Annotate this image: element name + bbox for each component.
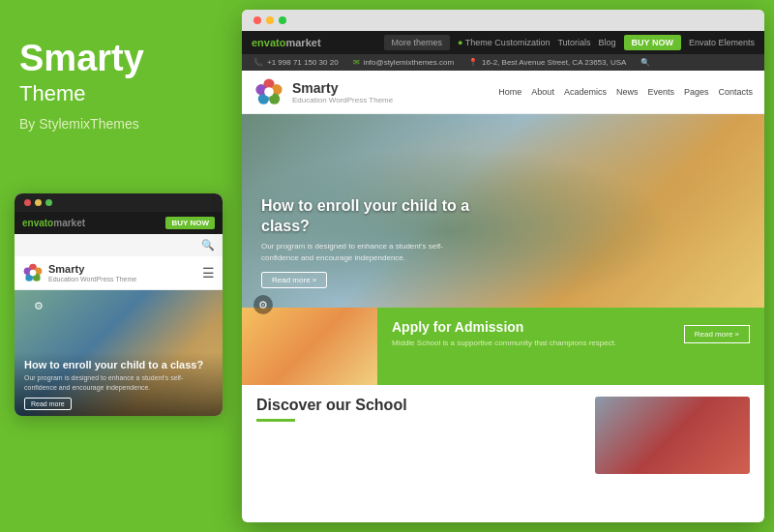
discover-school-image: [595, 397, 750, 474]
mobile-envato-logo: envatomarket: [22, 218, 85, 228]
more-themes-dropdown[interactable]: More themes: [384, 35, 451, 50]
site-nav-links: Home About Academics News Events Pages C…: [498, 87, 753, 97]
nav-pages[interactable]: Pages: [684, 87, 709, 97]
discover-title: Discover our School: [256, 397, 407, 414]
site-logo-text-area: Smarty Education WordPress Theme: [292, 80, 393, 104]
search-icon[interactable]: 🔍: [640, 58, 650, 67]
location-icon: 📍: [468, 58, 478, 67]
admission-text: Middle School is a supportive community …: [392, 338, 616, 348]
svg-point-11: [264, 87, 274, 97]
dot-green: [45, 199, 52, 206]
svg-point-5: [30, 270, 37, 277]
theme-title: Smarty: [19, 39, 218, 79]
theme-customization-link: ● Theme Customization: [458, 38, 550, 47]
mobile-hero-title: How to enroll your child to a class?: [24, 358, 213, 371]
envato-market-logo: envatomarket: [252, 37, 321, 48]
mobile-hero-overlay: How to enroll your child to a class? Our…: [15, 352, 223, 416]
site-hero-section: How to enroll your child to a class? Our…: [242, 114, 764, 308]
mobile-preview-card: envatomarket BUY NOW 🔍 Smarty: [15, 193, 223, 416]
browser-dot-yellow: [266, 16, 274, 24]
blog-link[interactable]: Blog: [599, 38, 616, 47]
nav-home[interactable]: Home: [498, 87, 521, 97]
discover-section: Discover our School: [242, 385, 764, 486]
mobile-browser-chrome: [15, 193, 223, 212]
tutorials-link[interactable]: Tutorials: [557, 38, 590, 47]
browser-dot-red: [253, 16, 261, 24]
theme-author: By StylemixThemes: [19, 116, 218, 132]
mobile-site-name-area: Smarty Education WordPress Theme: [48, 263, 136, 282]
email-icon: ✉: [353, 58, 360, 67]
admission-image: [242, 308, 377, 385]
envato-top-bar: envatomarket More themes ● Theme Customi…: [242, 31, 764, 54]
site-logo-area: Smarty Education WordPress Theme: [253, 76, 393, 107]
hamburger-icon[interactable]: ☰: [202, 265, 215, 281]
admission-title: Apply for Admission: [392, 319, 616, 335]
search-icon-top[interactable]: 🔍: [640, 58, 650, 67]
nav-news[interactable]: News: [616, 87, 639, 97]
discover-underline: [256, 419, 295, 422]
nav-events[interactable]: Events: [647, 87, 674, 97]
mobile-search-bar: 🔍: [15, 234, 223, 256]
mobile-nav-bar: Smarty Education WordPress Theme ☰: [15, 256, 223, 290]
browser-dot-green: [279, 16, 286, 24]
desktop-preview-panel: envatomarket More themes ● Theme Customi…: [242, 10, 764, 522]
mobile-read-more-button[interactable]: Read more: [24, 398, 72, 410]
theme-subtitle: Theme: [19, 81, 218, 106]
mobile-dots: [24, 199, 52, 206]
dot-yellow: [35, 199, 42, 206]
mobile-envato-bar: envatomarket BUY NOW: [15, 212, 223, 234]
mobile-site-name: Smarty: [48, 263, 136, 276]
phone-icon: 📞: [253, 58, 263, 67]
hero-text: Our program is designed to enhance a stu…: [261, 241, 474, 264]
nav-contacts[interactable]: Contacts: [718, 87, 753, 97]
desktop-gear-icon[interactable]: ⚙: [253, 295, 273, 314]
admission-content: Apply for Admission Middle School is a s…: [377, 308, 764, 385]
nav-academics[interactable]: Academics: [564, 87, 607, 97]
site-top-bar: 📞 +1 998 71 150 30 20 ✉ info@stylemixthe…: [242, 54, 764, 71]
mobile-buy-now-button[interactable]: BUY NOW: [165, 217, 215, 229]
mobile-gear-icon[interactable]: ⚙: [34, 300, 44, 312]
mobile-logo-flower: [22, 262, 44, 283]
admission-text-area: Apply for Admission Middle School is a s…: [392, 319, 616, 348]
site-logo-flower: [253, 76, 284, 107]
nav-about[interactable]: About: [531, 87, 554, 97]
envato-nav-items: More themes ● Theme Customization Tutori…: [384, 35, 755, 50]
envato-elements-link[interactable]: Envato Elements: [689, 38, 755, 47]
buy-now-button[interactable]: BUY NOW: [624, 35, 681, 50]
mobile-logo-area: Smarty Education WordPress Theme: [22, 262, 136, 283]
admission-read-more-button[interactable]: Read more »: [684, 325, 750, 343]
site-phone: 📞 +1 998 71 150 30 20: [253, 58, 339, 67]
site-address: 📍 16-2, Best Avenue Street, CA 23653, US…: [468, 58, 626, 67]
mobile-hero-text: Our program is designed to enhance a stu…: [24, 373, 213, 393]
left-panel: Smarty Theme By StylemixThemes envatomar…: [0, 0, 237, 532]
discover-text-area: Discover our School: [256, 397, 407, 422]
site-main-nav: Smarty Education WordPress Theme Home Ab…: [242, 71, 764, 114]
dot-red: [24, 199, 31, 206]
mobile-hero: ⚙ How to enroll your child to a class? O…: [15, 290, 223, 416]
mobile-site-tagline: Education WordPress Theme: [48, 276, 136, 282]
hero-content: How to enroll your child to a class? Our…: [261, 196, 503, 288]
site-logo-tagline: Education WordPress Theme: [292, 96, 393, 104]
hero-title: How to enroll your child to a class?: [261, 196, 503, 237]
hero-read-more-button[interactable]: Read more »: [261, 272, 327, 288]
site-email: ✉ info@stylemixthemes.com: [353, 58, 454, 67]
browser-chrome: [242, 10, 764, 31]
search-icon[interactable]: 🔍: [201, 239, 215, 251]
admission-section: Apply for Admission Middle School is a s…: [242, 308, 764, 385]
site-logo-name: Smarty: [292, 80, 393, 96]
